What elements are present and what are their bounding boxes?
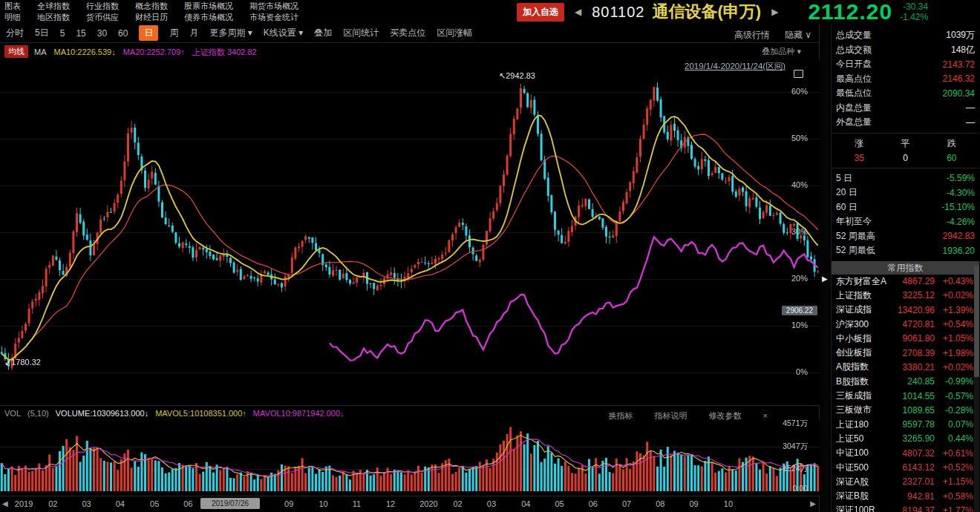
- period-button[interactable]: 60: [118, 28, 128, 39]
- overlay-dropdown[interactable]: 叠加品种 ▾: [762, 46, 801, 57]
- volume-chart-canvas[interactable]: [0, 420, 820, 496]
- stat-value: —: [966, 117, 975, 128]
- menu-item[interactable]: 期货市场概况: [249, 1, 298, 12]
- volume-tool[interactable]: 换指标: [609, 411, 633, 420]
- period-button[interactable]: 区间涨幅: [437, 27, 472, 39]
- vol-mavol10-value: MAVOL10:9871942.000↓: [253, 409, 344, 418]
- x-axis-label: 10: [318, 499, 327, 508]
- index-name: 上证50: [836, 433, 892, 445]
- security-code: 801102: [592, 4, 644, 21]
- period-button[interactable]: K线设置 ▾: [264, 27, 303, 39]
- period-button[interactable]: 月: [189, 27, 198, 39]
- stat-value: 1039万: [946, 29, 975, 42]
- index-row[interactable]: 中证5006143.12+0.52%: [832, 460, 979, 474]
- date-range-link[interactable]: 2019/1/4-2020/11/24(区间): [685, 61, 785, 72]
- menu-item[interactable]: 货币供应: [86, 12, 119, 23]
- index-row[interactable]: 沪深3004720.81+0.54%: [832, 317, 979, 331]
- period-button[interactable]: 周: [169, 27, 178, 39]
- period-button[interactable]: 5日: [35, 27, 49, 39]
- period-button[interactable]: 日: [139, 25, 158, 41]
- menu-item[interactable]: 全球指数: [37, 1, 70, 12]
- index-row[interactable]: 中证1004807.32+0.61%: [832, 446, 979, 460]
- menu-item[interactable]: 概念指数: [135, 1, 168, 12]
- index-row[interactable]: 三板成指1014.55-0.57%: [832, 389, 979, 403]
- index-row[interactable]: 中小板指9061.80+1.05%: [832, 332, 979, 346]
- index-row[interactable]: 上证指数3225.12+0.02%: [832, 289, 979, 303]
- index-row[interactable]: 上证503265.900.44%: [832, 432, 979, 446]
- indicator-header: 均线 MAMA10:2226.539↓MA20:2252.709↑上证指数 34…: [0, 43, 819, 59]
- index-row[interactable]: 深证A股2327.01+1.15%: [832, 475, 979, 489]
- x-axis-label: 05: [555, 499, 564, 508]
- add-watchlist-button[interactable]: 加入自选: [517, 3, 564, 22]
- index-change: 0.07%: [935, 419, 973, 430]
- index-value: 4720.81: [892, 319, 935, 329]
- period-button[interactable]: 15: [76, 28, 85, 39]
- index-row[interactable]: A股指数3380.21+0.02%: [832, 360, 979, 374]
- volume-tool[interactable]: 修改参数: [709, 411, 742, 420]
- scroll-left-icon[interactable]: ◀: [2, 499, 8, 508]
- menu-item[interactable]: 股票市场概况: [184, 1, 233, 12]
- menu-item[interactable]: 图表: [4, 1, 21, 12]
- index-row[interactable]: 三板做市1089.65-0.28%: [832, 403, 979, 417]
- toolbar-right-item[interactable]: 隐藏 ∨: [785, 30, 811, 40]
- period-button[interactable]: 5: [60, 28, 65, 39]
- high-annotation: ↖2942.83: [499, 71, 535, 81]
- period-value: -4.26%: [947, 217, 975, 227]
- ma-value: MA10:2226.539↓: [54, 47, 116, 56]
- y-axis-label: 0%: [796, 367, 808, 376]
- panel-expand-icon[interactable]: ▶: [822, 275, 828, 283]
- scroll-right-icon[interactable]: ▶: [810, 499, 816, 508]
- index-value: 240.85: [892, 376, 935, 387]
- panel-scrollbar-thumb[interactable]: [974, 266, 979, 377]
- menu-item[interactable]: 债券市场概况: [184, 12, 233, 23]
- index-row[interactable]: 深证B股942.81+0.58%: [832, 489, 979, 503]
- index-change: -0.57%: [935, 391, 973, 401]
- index-name: 中证500: [836, 462, 892, 474]
- panel-scrollbar[interactable]: [974, 266, 979, 512]
- index-row[interactable]: 深证100R8194.37+1.77%: [832, 503, 979, 512]
- toolbar-right-item[interactable]: 高级行情: [734, 30, 770, 40]
- index-row[interactable]: 深证成指13420.96+1.39%: [832, 303, 979, 317]
- period-button[interactable]: 分时: [6, 27, 24, 39]
- index-name: 上证180: [836, 419, 892, 431]
- next-security-arrow-icon[interactable]: ▶: [771, 7, 778, 17]
- x-axis-label: 09: [284, 499, 293, 508]
- menu-item[interactable]: 财经日历: [135, 12, 168, 23]
- close-indicator-icon[interactable]: ×: [763, 411, 768, 420]
- period-return-row: 5 日-5.59%: [836, 171, 975, 186]
- stat-row: 内盘总量—: [836, 101, 975, 116]
- prev-security-arrow-icon[interactable]: ◀: [575, 7, 581, 17]
- period-button[interactable]: 区间统计: [343, 27, 379, 39]
- x-axis-label: 03: [487, 499, 496, 508]
- period-button[interactable]: 叠加: [314, 27, 332, 39]
- period-button[interactable]: 更多周期 ▾: [209, 27, 252, 39]
- menu-item[interactable]: 明细: [4, 12, 21, 23]
- updown-value: 60: [929, 153, 975, 165]
- menu-item[interactable]: 市场资金统计: [249, 12, 298, 23]
- stat-value: 148亿: [951, 44, 975, 56]
- index-row[interactable]: 上证1809597.780.07%: [832, 417, 979, 431]
- menu-row-1: 图表全球指数行业指数概念指数股票市场概况期货市场概况: [4, 1, 445, 12]
- index-row[interactable]: 创业板指2708.39+1.98%: [832, 346, 979, 360]
- index-row[interactable]: B股指数240.85-0.99%: [832, 375, 979, 389]
- vol-indicator-tag[interactable]: VOL: [4, 409, 21, 418]
- menu-item[interactable]: 地区指数: [37, 12, 70, 23]
- vol-mavol5-value: MAVOL5:10108351.000↑: [155, 409, 246, 418]
- volume-tool[interactable]: 指标说明: [655, 411, 687, 420]
- y-axis-label: 50%: [791, 134, 808, 142]
- updown-headers: 涨平跌: [832, 135, 979, 151]
- main-chart-canvas[interactable]: [0, 59, 820, 405]
- period-label: 20 日: [836, 186, 858, 199]
- index-row[interactable]: 东方财富全A4867.29+0.43%: [832, 275, 979, 289]
- period-button[interactable]: 买卖点位: [390, 27, 425, 39]
- menu-item[interactable]: 行业指数: [86, 1, 119, 12]
- y-axis-label: 60%: [791, 87, 808, 96]
- index-value: 13420.96: [892, 305, 935, 315]
- time-scrollbar-thumb[interactable]: 2019/07/26: [200, 498, 260, 509]
- ma-indicator-tag[interactable]: 均线: [4, 45, 28, 58]
- index-name: B股指数: [836, 375, 892, 388]
- snapshot-icon[interactable]: [794, 70, 803, 78]
- period-button[interactable]: 30: [97, 28, 107, 39]
- index-name: 三板成指: [836, 390, 892, 402]
- index-change: +1.98%: [935, 348, 973, 358]
